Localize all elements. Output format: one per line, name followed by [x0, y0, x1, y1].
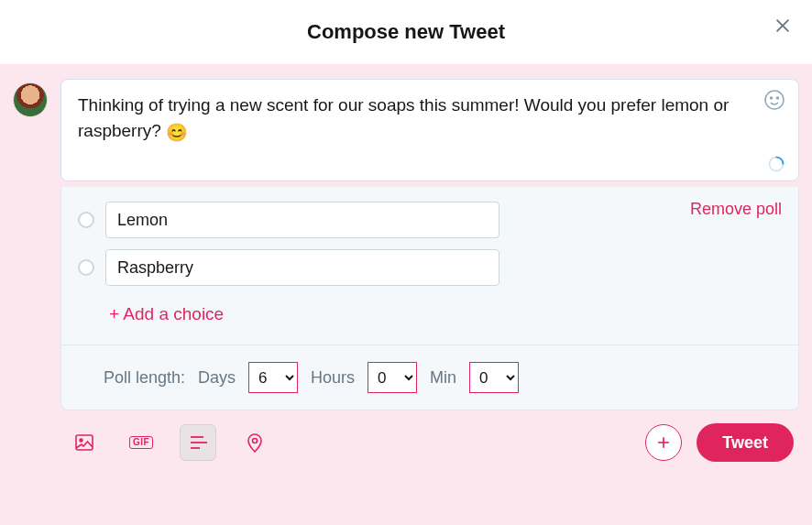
tweet-textarea[interactable]: Thinking of trying a new scent for our s… — [60, 79, 799, 181]
tweet-text-content: Thinking of trying a new scent for our s… — [78, 93, 782, 145]
svg-point-7 — [80, 439, 82, 442]
compose-modal: Compose new Tweet Thinking of trying a n… — [0, 0, 812, 525]
tweet-button[interactable]: Tweet — [697, 423, 794, 462]
poll-length-row: Poll length: Days 6 Hours 0 Min 0 — [61, 345, 798, 410]
add-image-button[interactable] — [66, 424, 103, 461]
poll-days-label: Days — [198, 368, 236, 388]
avatar — [13, 82, 48, 117]
location-icon — [244, 432, 266, 454]
poll-hours-select[interactable]: 0 — [368, 362, 417, 393]
poll-icon — [187, 432, 209, 454]
add-poll-button[interactable] — [180, 424, 216, 461]
poll-min-label: Min — [430, 368, 456, 388]
svg-rect-6 — [76, 435, 93, 450]
poll-option-row — [78, 202, 782, 238]
svg-point-2 — [765, 91, 784, 109]
svg-point-11 — [253, 439, 258, 443]
emoji-picker-button[interactable] — [763, 89, 785, 111]
modal-header: Compose new Tweet — [0, 0, 812, 64]
poll-hours-label: Hours — [311, 368, 355, 388]
toolbar-left: GIF — [66, 424, 273, 461]
tweet-emoji: 😊 — [166, 123, 188, 142]
close-button[interactable] — [770, 13, 796, 38]
radio-icon — [78, 212, 94, 228]
remove-poll-button[interactable]: Remove poll — [690, 200, 782, 219]
poll-min-select[interactable]: 0 — [469, 362, 519, 393]
smile-icon — [763, 89, 785, 111]
radio-icon — [78, 259, 94, 276]
modal-title: Compose new Tweet — [307, 20, 505, 44]
svg-point-4 — [777, 97, 779, 99]
poll-options-area: Remove poll + Add a choice — [61, 187, 798, 345]
image-icon — [73, 432, 95, 454]
poll-length-label: Poll length: — [104, 368, 185, 388]
poll-option-row — [78, 249, 782, 286]
add-choice-button[interactable]: + Add a choice — [78, 297, 224, 341]
modal-body: Thinking of trying a new scent for our s… — [0, 64, 812, 525]
progress-ring-icon — [767, 155, 785, 173]
toolbar-right: Tweet — [645, 423, 794, 462]
compose-column: Thinking of trying a new scent for our s… — [60, 79, 799, 516]
compose-toolbar: GIF — [60, 423, 799, 465]
add-gif-button[interactable]: GIF — [123, 424, 159, 461]
add-tweet-button[interactable] — [645, 424, 682, 461]
poll-option-input-1[interactable] — [105, 202, 499, 238]
poll-card: Remove poll + Add a choice Poll length: … — [60, 187, 799, 410]
character-count-ring — [767, 155, 785, 173]
plus-icon — [654, 433, 673, 452]
poll-days-select[interactable]: 6 — [248, 362, 298, 393]
poll-option-input-2[interactable] — [105, 249, 499, 286]
close-icon — [773, 16, 793, 36]
gif-icon: GIF — [129, 436, 153, 449]
add-location-button[interactable] — [236, 424, 273, 461]
svg-point-3 — [771, 97, 773, 99]
